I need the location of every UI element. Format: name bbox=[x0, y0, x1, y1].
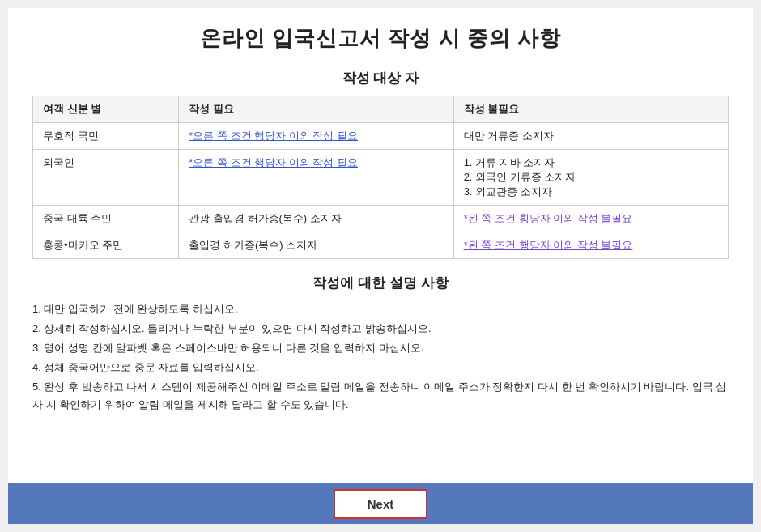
row2-required: *오른 쪽 조건 행당자 이외 작성 필요 bbox=[179, 150, 453, 206]
col-header-required: 작성 필요 bbox=[179, 96, 453, 123]
col-header-not-required: 작성 불필요 bbox=[453, 96, 728, 123]
notes-section: 작성에 대한 설명 사항 1. 대만 입국하기 전에 완상하도록 하십시오. 2… bbox=[32, 274, 729, 475]
row3-not-required: *왼 쪽 조건 횡당자 이외 작성 불필요 bbox=[453, 206, 728, 232]
table-row: 홍콩•마카오 주민 출입경 허가증(복수) 소지자 *왼 쪽 조건 행당자 이외… bbox=[33, 232, 729, 259]
page-title: 온라인 입국신고서 작성 시 중의 사항 bbox=[32, 24, 729, 53]
content-area: 온라인 입국신고서 작성 시 중의 사항 작성 대상 자 여객 신분 별 작성 … bbox=[8, 8, 753, 483]
table-row: 외국인 *오른 쪽 조건 행당자 이외 작성 필요 1. 거류 지바 소지자 2… bbox=[33, 150, 729, 206]
row2-type: 외국인 bbox=[33, 150, 179, 206]
row4-type: 홍콩•마카오 주민 bbox=[33, 232, 179, 259]
row4-required: 출입경 허가증(복수) 소지자 bbox=[179, 232, 453, 259]
row1-required: *오른 쪽 조건 행당자 이외 작성 필요 bbox=[179, 123, 453, 150]
row2-not-required: 1. 거류 지바 소지자 2. 외국인 거류증 소지자 3. 외교관증 소지자 bbox=[453, 150, 728, 206]
list-item: 3. 영어 성명 칸에 알파벳 혹은 스페이스바만 허용되니 다른 것을 입력하… bbox=[32, 339, 729, 357]
notes-title: 작성에 대한 설명 사항 bbox=[32, 274, 729, 292]
row1-type: 무호적 국민 bbox=[33, 123, 179, 150]
col-header-type: 여객 신분 별 bbox=[33, 96, 179, 123]
row1-required-link[interactable]: *오른 쪽 조건 행당자 이외 작성 필요 bbox=[189, 130, 358, 142]
row1-not-required: 대만 거류증 소지자 bbox=[453, 123, 728, 150]
row2-required-link[interactable]: *오른 쪽 조건 행당자 이외 작성 필요 bbox=[189, 156, 358, 168]
passenger-table: 여객 신분 별 작성 필요 작성 불필요 무호적 국민 *오른 쪽 조건 행당자… bbox=[32, 96, 729, 259]
row4-not-required-link[interactable]: *왼 쪽 조건 행당자 이외 작성 불필요 bbox=[464, 239, 633, 251]
table-row: 무호적 국민 *오른 쪽 조건 행당자 이외 작성 필요 대만 거류증 소지자 bbox=[33, 123, 729, 150]
table-row: 중국 대륙 주민 관광 출입경 허가증(복수) 소지자 *왼 쪽 조건 횡당자 … bbox=[33, 206, 729, 232]
list-item: 5. 완성 후 밬송하고 나서 시스템이 제공해주신 이메일 주소로 알림 메일… bbox=[32, 378, 729, 414]
row3-not-required-link[interactable]: *왼 쪽 조건 횡당자 이외 작성 불필요 bbox=[464, 212, 633, 224]
list-item: 2. 상세히 작성하십시오. 틀리거나 누락한 부분이 있으면 다시 작성하고 … bbox=[32, 320, 729, 338]
table-section: 작성 대상 자 여객 신분 별 작성 필요 작성 불필요 무호적 국민 *오른 … bbox=[32, 69, 729, 259]
notes-list: 1. 대만 입국하기 전에 완상하도록 하십시오. 2. 상세히 작성하십시오.… bbox=[32, 300, 729, 415]
table-section-title: 작성 대상 자 bbox=[32, 69, 729, 87]
page-wrapper: 온라인 입국신고서 작성 시 중의 사항 작성 대상 자 여객 신분 별 작성 … bbox=[0, 0, 761, 532]
row3-type: 중국 대륙 주민 bbox=[33, 206, 179, 232]
footer-bar: Next bbox=[8, 483, 753, 524]
row3-required: 관광 출입경 허가증(복수) 소지자 bbox=[179, 206, 453, 232]
list-item: 1. 대만 입국하기 전에 완상하도록 하십시오. bbox=[32, 300, 729, 318]
list-item: 4. 정체 중국어만으로 중문 자료를 입력하십시오. bbox=[32, 359, 729, 377]
row4-not-required: *왼 쪽 조건 행당자 이외 작성 불필요 bbox=[453, 232, 728, 259]
next-button[interactable]: Next bbox=[334, 489, 428, 519]
